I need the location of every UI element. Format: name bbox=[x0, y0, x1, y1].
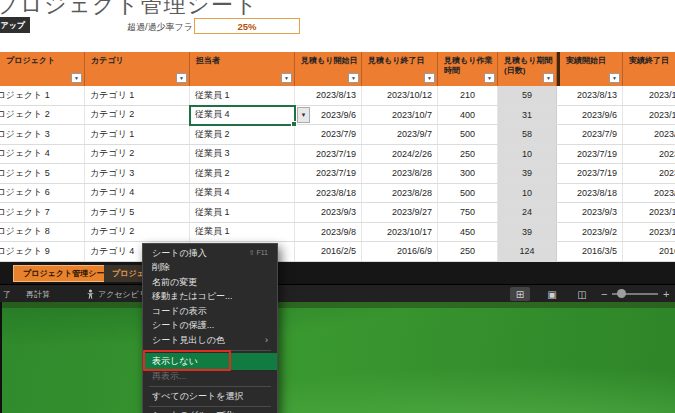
table-cell[interactable]: 124 bbox=[498, 242, 557, 261]
table-cell[interactable]: 2023/7/19 bbox=[295, 145, 362, 164]
table-cell[interactable]: 2023/9/27 bbox=[623, 184, 675, 203]
table-cell[interactable]: 2023/8/28 bbox=[362, 164, 438, 183]
table-cell[interactable]: 59 bbox=[498, 86, 557, 105]
table-cell[interactable]: 750 bbox=[438, 203, 498, 222]
column-header[interactable]: 実績終了日▼ bbox=[623, 52, 675, 86]
menu-item[interactable]: シートの挿入⇧ F11 bbox=[143, 246, 277, 261]
menu-item[interactable]: シートの保護... bbox=[143, 319, 277, 334]
column-header[interactable]: 実績開始日▼ bbox=[560, 52, 623, 86]
page-break-view-icon[interactable]: ◫ bbox=[572, 287, 592, 301]
table-cell[interactable]: プロジェクト 2 bbox=[0, 106, 85, 125]
setup-button[interactable]: トアップ bbox=[0, 17, 30, 33]
filter-dropdown-icon[interactable]: ▼ bbox=[609, 73, 620, 83]
table-cell[interactable]: 2023/10/12 bbox=[362, 86, 438, 105]
table-cell[interactable]: 2023/8/13 bbox=[560, 86, 623, 105]
zoom-slider-handle[interactable] bbox=[617, 289, 626, 298]
table-cell[interactable]: 従業員 2 bbox=[190, 164, 295, 183]
table-cell[interactable]: 2023/9/27 bbox=[362, 203, 438, 222]
table-cell[interactable]: 10 bbox=[498, 184, 557, 203]
menu-item[interactable]: すべてのシートを選択 bbox=[143, 389, 277, 404]
table-cell[interactable]: 2023/9/3 bbox=[560, 203, 623, 222]
table-cell[interactable]: 2023/7/19 bbox=[560, 145, 623, 164]
table-cell[interactable]: 2023/7/9 bbox=[295, 125, 362, 144]
table-cell[interactable]: 2023/8/13 bbox=[295, 86, 362, 105]
table-cell[interactable]: カテゴリ 5 bbox=[85, 203, 190, 222]
table-cell[interactable]: プロジェクト 4 bbox=[0, 145, 85, 164]
table-cell[interactable]: 2023/10/17 bbox=[362, 223, 438, 242]
recalc-button[interactable]: 再計算 bbox=[26, 285, 50, 303]
table-cell[interactable]: 2023/8/28 bbox=[362, 184, 438, 203]
column-header[interactable]: 見積もり期間(日数)▼ bbox=[498, 52, 557, 86]
table-cell[interactable]: 2023/8/18 bbox=[295, 184, 362, 203]
data-validation-dropdown-button[interactable]: ▼ bbox=[297, 107, 310, 123]
filter-dropdown-icon[interactable]: ▼ bbox=[71, 73, 82, 83]
table-cell[interactable]: プロジェクト 9 bbox=[0, 242, 85, 261]
table-cell[interactable]: 10 bbox=[498, 145, 557, 164]
page-layout-view-icon[interactable]: ▣ bbox=[542, 287, 562, 301]
table-cell[interactable]: 2023/9/2 bbox=[560, 223, 623, 242]
filter-dropdown-icon[interactable]: ▼ bbox=[281, 73, 292, 83]
filter-dropdown-icon[interactable]: ▼ bbox=[348, 73, 359, 83]
table-cell[interactable]: 300 bbox=[438, 164, 498, 183]
table-cell[interactable]: 31 bbox=[498, 106, 557, 125]
table-cell[interactable]: 2023/9/26 bbox=[623, 125, 675, 144]
table-cell[interactable]: プロジェクト 6 bbox=[0, 184, 85, 203]
table-cell[interactable]: カテゴリ 4 bbox=[85, 184, 190, 203]
table-cell[interactable]: 250 bbox=[438, 145, 498, 164]
table-cell[interactable]: 2024/2/26 bbox=[362, 145, 438, 164]
table-cell[interactable]: 500 bbox=[438, 125, 498, 144]
column-header[interactable]: 見積もり作業時間▼ bbox=[438, 52, 498, 86]
table-cell[interactable]: 従業員 3 bbox=[190, 145, 295, 164]
column-header[interactable]: 見積もり終了日▼ bbox=[362, 52, 438, 86]
menu-item[interactable]: シートのグループ化 bbox=[143, 409, 277, 413]
table-cell[interactable]: 2016/3/5 bbox=[560, 242, 623, 261]
zoom-in-button[interactable]: + bbox=[663, 285, 669, 303]
table-cell[interactable]: 500 bbox=[438, 184, 498, 203]
table-cell[interactable]: 24 bbox=[498, 203, 557, 222]
table-cell[interactable]: 58 bbox=[498, 125, 557, 144]
table-cell[interactable]: プロジェクト 3 bbox=[0, 125, 85, 144]
table-cell[interactable]: プロジェクト 5 bbox=[0, 164, 85, 183]
table-cell[interactable]: 39 bbox=[498, 164, 557, 183]
table-cell[interactable]: 従業員 2 bbox=[190, 125, 295, 144]
column-header[interactable]: 担当者▼ bbox=[190, 52, 295, 86]
menu-item[interactable]: 名前の変更 bbox=[143, 275, 277, 290]
filter-dropdown-icon[interactable]: ▼ bbox=[484, 73, 495, 83]
table-cell[interactable]: カテゴリ 2 bbox=[85, 106, 190, 125]
menu-item[interactable]: コードの表示 bbox=[143, 304, 277, 319]
table-cell[interactable]: 2016/2/5 bbox=[295, 242, 362, 261]
table-cell[interactable]: 2023/9/7 bbox=[362, 125, 438, 144]
table-cell[interactable]: カテゴリ 2 bbox=[85, 223, 190, 242]
filter-dropdown-icon[interactable]: ▼ bbox=[176, 73, 187, 83]
table-cell[interactable]: 2023/7/9 bbox=[560, 125, 623, 144]
menu-item[interactable]: 削除 bbox=[143, 261, 277, 276]
table-cell[interactable]: 従業員 4 bbox=[190, 184, 295, 203]
table-cell[interactable]: 2023/10/12 bbox=[623, 86, 675, 105]
column-header[interactable]: カテゴリ▼ bbox=[85, 52, 190, 86]
table-cell[interactable]: 210 bbox=[438, 86, 498, 105]
table-cell[interactable]: 2023/9/6 bbox=[560, 106, 623, 125]
zoom-out-button[interactable]: − bbox=[601, 285, 607, 303]
column-header[interactable]: プロジェクト▼ bbox=[0, 52, 85, 86]
menu-item[interactable]: 移動またはコピー... bbox=[143, 290, 277, 305]
table-cell[interactable]: 39 bbox=[498, 223, 557, 242]
table-cell[interactable]: プロジェクト 7 bbox=[0, 203, 85, 222]
table-cell[interactable]: 2023/9/8 bbox=[295, 223, 362, 242]
table-cell[interactable]: 従業員 1 bbox=[190, 223, 295, 242]
normal-view-icon[interactable]: ⊞ bbox=[510, 287, 530, 301]
table-cell[interactable]: 2023/10/7 bbox=[362, 106, 438, 125]
filter-dropdown-icon[interactable]: ▼ bbox=[424, 73, 435, 83]
table-cell[interactable]: カテゴリ 1 bbox=[85, 125, 190, 144]
table-cell[interactable]: カテゴリ 1 bbox=[85, 86, 190, 105]
table-cell[interactable]: 従業員 1 bbox=[190, 203, 295, 222]
table-cell[interactable]: 2023/8/18 bbox=[560, 184, 623, 203]
table-cell[interactable]: 2016/6/9 bbox=[362, 242, 438, 261]
table-cell[interactable]: 2016/5/5 bbox=[623, 242, 675, 261]
table-cell[interactable]: 250 bbox=[438, 242, 498, 261]
table-cell[interactable]: 2023/9/7 bbox=[623, 164, 675, 183]
table-cell[interactable]: カテゴリ 2 bbox=[85, 145, 190, 164]
table-cell[interactable]: プロジェクト 8 bbox=[0, 223, 85, 242]
table-cell[interactable]: 2023/10/27 bbox=[623, 203, 675, 222]
menu-item[interactable]: シート見出しの色› bbox=[143, 333, 277, 348]
filter-dropdown-icon[interactable]: ▼ bbox=[543, 73, 554, 83]
